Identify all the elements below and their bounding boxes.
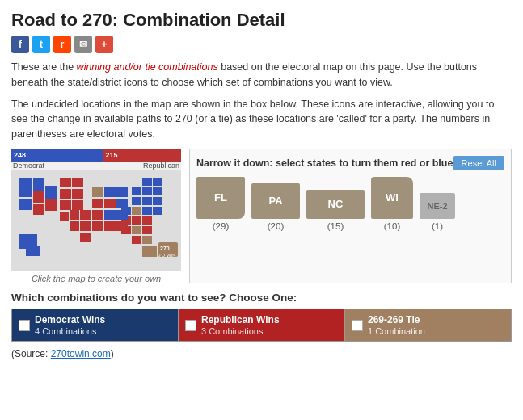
state-shape-fl[interactable]: FL — [196, 177, 245, 219]
state-shape-ne2[interactable]: NE-2 — [420, 193, 455, 219]
svg-rect-41 — [60, 212, 69, 221]
svg-rect-19 — [132, 236, 141, 244]
svg-rect-12 — [132, 216, 141, 225]
svg-rect-46 — [19, 199, 32, 210]
twitter-share-button[interactable]: t — [32, 36, 50, 53]
svg-rect-2 — [153, 187, 162, 195]
svg-rect-49 — [33, 204, 44, 215]
main-content: 248 215 Democrat Republican — [11, 149, 512, 284]
svg-rect-24 — [92, 199, 103, 208]
svg-rect-9 — [142, 207, 152, 215]
svg-rect-43 — [80, 221, 91, 231]
combo-tie-checkbox[interactable] — [352, 320, 363, 331]
reddit-share-button[interactable]: r — [53, 36, 71, 53]
svg-rect-28 — [104, 210, 116, 220]
svg-rect-25 — [104, 199, 116, 208]
svg-rect-30 — [92, 221, 103, 231]
svg-rect-18 — [142, 236, 152, 244]
svg-rect-8 — [153, 207, 162, 215]
combo-tie-label-text: 269-269 Tie — [368, 314, 425, 327]
source-prefix: (Source: — [11, 348, 51, 359]
plus-share-button[interactable]: + — [95, 36, 113, 53]
svg-rect-7 — [153, 197, 162, 205]
svg-rect-3 — [142, 187, 152, 195]
state-votes-wi: (10) — [384, 221, 400, 231]
combo-dem-label: Democrat Wins 4 Combinations — [35, 314, 105, 337]
combo-dem-checkbox[interactable] — [19, 320, 30, 331]
svg-rect-35 — [60, 189, 71, 199]
map-section: 248 215 Democrat Republican — [11, 149, 181, 284]
description-2: The undecided locations in the map are s… — [11, 97, 512, 142]
svg-rect-4 — [132, 187, 141, 195]
svg-rect-38 — [72, 200, 83, 210]
svg-rect-53 — [19, 234, 37, 249]
svg-rect-47 — [33, 178, 44, 191]
narrow-title: Narrow it down: select states to turn th… — [196, 158, 453, 169]
svg-rect-15 — [142, 226, 152, 234]
combo-tie-sub: 1 Combination — [368, 326, 425, 336]
svg-rect-44 — [80, 233, 91, 242]
dem-ev-bar: 248 — [11, 149, 103, 162]
combo-rep-button[interactable]: Republican Wins 3 Combinations — [179, 309, 345, 342]
svg-text:270: 270 — [160, 246, 170, 251]
svg-rect-42 — [70, 221, 79, 231]
state-item-wi[interactable]: WI (10) — [371, 177, 413, 231]
svg-rect-33 — [60, 178, 71, 187]
svg-rect-22 — [104, 187, 116, 197]
svg-rect-37 — [60, 200, 71, 210]
svg-rect-6 — [142, 197, 152, 205]
map-svg[interactable]: 270 TO WIN — [11, 170, 181, 271]
state-item-fl[interactable]: FL (29) — [196, 177, 245, 231]
combo-buttons: Democrat Wins 4 Combinations Republican … — [11, 309, 512, 342]
svg-rect-29 — [116, 210, 128, 220]
svg-rect-51 — [45, 200, 57, 211]
svg-rect-5 — [132, 197, 141, 205]
state-item-pa[interactable]: PA (20) — [251, 183, 300, 231]
email-share-button[interactable]: ✉ — [74, 36, 92, 53]
combo-tie-label: 269-269 Tie 1 Combination — [368, 314, 425, 337]
states-grid: FL (29) PA (20) NC (15) WI (10) NE-2 (1) — [196, 177, 504, 231]
svg-rect-36 — [72, 189, 83, 199]
reset-all-button[interactable]: Reset All — [453, 156, 504, 170]
svg-rect-26 — [116, 199, 128, 208]
combo-dem-label-text: Democrat Wins — [35, 314, 105, 327]
state-votes-pa: (20) — [268, 221, 284, 231]
source-link[interactable]: 270towin.com — [51, 348, 111, 359]
combo-dem-button[interactable]: Democrat Wins 4 Combinations — [12, 309, 179, 342]
state-shape-pa[interactable]: PA — [251, 183, 300, 219]
rep-label: Republican — [143, 162, 179, 170]
combo-tie-button[interactable]: 269-269 Tie 1 Combination — [345, 309, 511, 342]
svg-rect-31 — [104, 221, 116, 231]
combo-rep-label: Republican Wins 3 Combinations — [201, 314, 280, 337]
page-title: Road to 270: Combination Detail — [11, 10, 512, 31]
combo-rep-checkbox[interactable] — [185, 320, 196, 331]
facebook-share-button[interactable]: f — [11, 36, 29, 53]
source-suffix: ) — [111, 348, 114, 359]
svg-rect-21 — [92, 187, 103, 197]
us-map[interactable]: 270 TO WIN — [11, 170, 181, 271]
desc-highlight: winning and/or tie combinations — [77, 61, 218, 73]
svg-rect-14 — [142, 216, 152, 225]
svg-rect-20 — [142, 246, 157, 257]
state-votes-fl: (29) — [213, 221, 229, 231]
state-item-ne2[interactable]: NE-2 (1) — [420, 193, 455, 231]
svg-rect-10 — [132, 207, 141, 215]
desc-text-before: These are the — [11, 61, 77, 73]
dem-label: Democrat — [13, 162, 44, 170]
combo-dem-sub: 4 Combinations — [35, 326, 105, 336]
svg-rect-34 — [72, 178, 83, 187]
narrow-section: Narrow it down: select states to turn th… — [189, 149, 512, 284]
svg-rect-23 — [116, 187, 128, 197]
combinations-section: Which combinations do you want to see? C… — [11, 292, 512, 342]
state-shape-wi[interactable]: WI — [371, 177, 413, 219]
state-item-nc[interactable]: NC (15) — [306, 190, 365, 231]
narrow-header: Narrow it down: select states to turn th… — [196, 156, 504, 170]
ev-bar: 248 215 — [11, 149, 181, 162]
state-shape-nc[interactable]: NC — [306, 190, 365, 219]
rep-ev-label: 215 — [105, 151, 117, 159]
combinations-title: Which combinations do you want to see? C… — [11, 292, 512, 304]
svg-rect-48 — [33, 191, 44, 203]
map-caption: Click the map to create your own — [11, 274, 181, 284]
narrow-label: Narrow it down: — [196, 158, 272, 169]
dem-ev-label: 248 — [14, 151, 26, 159]
